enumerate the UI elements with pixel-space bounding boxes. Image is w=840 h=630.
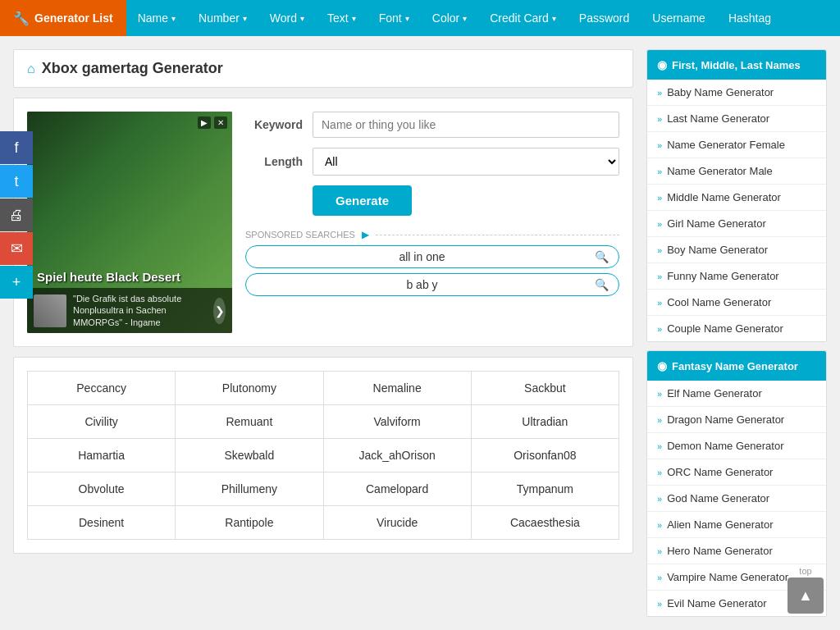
table-row[interactable]: Phillumeny [176, 472, 323, 506]
table-row[interactable]: Camelopard [323, 472, 471, 506]
nav-credit-card[interactable]: Credit Card ▾ [478, 0, 568, 36]
table-row[interactable]: Valviform [323, 405, 471, 439]
sidebar-item[interactable]: »God Name Generator [647, 486, 826, 512]
sidebar-item[interactable]: »Dragon Name Generator [647, 407, 826, 433]
sidebar-item[interactable]: »Alien Name Generator [647, 512, 826, 538]
generate-button[interactable]: Generate [313, 185, 412, 216]
table-row[interactable]: Tympanum [471, 472, 619, 506]
home-icon[interactable]: ⌂ [27, 62, 35, 76]
table-row[interactable]: Ultradian [471, 405, 619, 439]
sidebar-item[interactable]: »Baby Name Generator [647, 80, 826, 106]
nav-text[interactable]: Text ▾ [316, 0, 368, 36]
nav-hashtag[interactable]: Hashtag [717, 0, 783, 36]
table-row[interactable]: Hamartia [28, 439, 176, 472]
circle-icon-2: ◉ [657, 359, 667, 372]
table-row[interactable]: Obvolute [28, 472, 176, 506]
nav-color-label: Color [432, 11, 459, 25]
length-row: Length All Short Medium Long [245, 148, 619, 176]
nav-word[interactable]: Word ▾ [258, 0, 316, 36]
table-row[interactable]: Remuant [176, 405, 323, 439]
table-row[interactable]: Jack_ahOrison [323, 439, 471, 472]
nav-color[interactable]: Color ▾ [421, 0, 478, 36]
sidebar-item[interactable]: »Boy Name Generator [647, 237, 826, 263]
twitter-button[interactable]: t [0, 165, 33, 198]
table-row[interactable]: Cacaesthesia [471, 506, 619, 540]
sidebar-item[interactable]: »Elf Name Generator [647, 381, 826, 407]
nav-username[interactable]: Username [641, 0, 717, 36]
ad-thumbnail [34, 294, 66, 327]
sidebar-item-label: God Name Generator [667, 492, 769, 504]
sidebar-item[interactable]: »Girl Name Generator [647, 211, 826, 237]
sidebar-item[interactable]: »Funny Name Generator [647, 263, 826, 290]
ad-area: ▶ ✕ Spiel heute Black Desert "Die Grafik… [27, 112, 232, 333]
ad-next-button[interactable]: ❯ [213, 298, 226, 324]
generator-list-button[interactable]: 🔧 Generator List [0, 0, 126, 36]
search-pill-1[interactable]: all in one 🔍 [245, 245, 619, 268]
sidebar-main-header: ◉ First, Middle, Last Names [647, 50, 826, 80]
nav-name-arrow: ▾ [171, 14, 176, 23]
sidebar-item-label: Baby Name Generator [667, 86, 774, 98]
sidebar-fantasy-header: ◉ Fantasy Name Generator [647, 351, 826, 381]
chevron-right-icon: » [657, 272, 662, 281]
table-row[interactable]: Civility [28, 405, 176, 439]
sidebar-item[interactable]: »Demon Name Generator [647, 433, 826, 459]
sidebar-item[interactable]: »ORC Name Generator [647, 459, 826, 486]
table-row[interactable]: Rantipole [176, 506, 323, 540]
table-row[interactable]: Desinent [28, 506, 176, 540]
table-row[interactable]: Plutonomy [176, 372, 323, 405]
nav-name[interactable]: Name ▾ [126, 0, 187, 36]
top-nav: 🔧 Generator List Name ▾ Number ▾ Word ▾ … [0, 0, 840, 36]
keyword-row: Keyword [245, 112, 619, 138]
nav-credit-card-arrow: ▾ [552, 14, 556, 23]
table-row[interactable]: Sackbut [471, 372, 619, 405]
page-title-box: ⌂ Xbox gamertag Generator [13, 49, 633, 88]
sidebar-main-items: »Baby Name Generator»Last Name Generator… [647, 80, 826, 341]
sidebar-item-label: Boy Name Generator [667, 244, 768, 256]
nav-name-label: Name [138, 11, 168, 25]
more-button[interactable]: + [0, 266, 33, 299]
sidebar-item[interactable]: »Couple Name Generator [647, 316, 826, 341]
email-button[interactable]: ✉ [0, 232, 33, 265]
sidebar-item[interactable]: »Middle Name Generator [647, 185, 826, 211]
nav-font[interactable]: Font ▾ [368, 0, 421, 36]
nav-hashtag-label: Hashtag [728, 11, 771, 25]
sidebar-item-label: Couple Name Generator [667, 322, 783, 335]
sidebar-item[interactable]: »Cool Name Generator [647, 290, 826, 316]
chevron-right-icon: » [657, 441, 662, 451]
table-row[interactable]: Orisonfan08 [471, 439, 619, 472]
nav-number[interactable]: Number ▾ [187, 0, 258, 36]
facebook-button[interactable]: f [0, 131, 33, 164]
chevron-right-icon: » [657, 88, 662, 98]
back-to-top-button[interactable]: ▲ [788, 578, 824, 614]
sidebar-item-label: Last Name Generator [667, 112, 769, 125]
sidebar-item[interactable]: »Name Generator Female [647, 132, 826, 158]
form-area: Keyword Length All Short Medium Long Gen… [245, 112, 619, 333]
search-pill-2[interactable]: b ab y 🔍 [245, 273, 619, 296]
sidebar-item[interactable]: »Hero Name Generator [647, 538, 826, 564]
chevron-right-icon: » [657, 599, 662, 609]
sidebar-item[interactable]: »Name Generator Male [647, 158, 826, 185]
main-container: ⌂ Xbox gamertag Generator ▶ ✕ Spiel heut… [0, 36, 840, 630]
table-row[interactable]: Nemaline [323, 372, 471, 405]
keyword-input[interactable] [313, 112, 619, 138]
chevron-right-icon: » [657, 140, 662, 150]
sidebar-item-label: Dragon Name Generator [667, 413, 784, 426]
sidebar-main-section: ◉ First, Middle, Last Names »Baby Name G… [646, 49, 827, 342]
social-sidebar: f t 🖨 ✉ + [0, 131, 33, 299]
chevron-right-icon: » [657, 468, 662, 477]
print-button[interactable]: 🖨 [0, 199, 33, 231]
generate-row: Generate [245, 185, 619, 216]
sidebar-item[interactable]: »Last Name Generator [647, 106, 826, 132]
ad-close-label[interactable]: ✕ [214, 116, 227, 129]
sponsored-tag: ▶ [362, 229, 369, 240]
ad-top-label: ▶ [198, 116, 211, 129]
right-sidebar: ◉ First, Middle, Last Names »Baby Name G… [646, 49, 827, 625]
length-select[interactable]: All Short Medium Long [313, 148, 619, 176]
table-row[interactable]: Skewbald [176, 439, 323, 472]
sidebar-item-label: Name Generator Female [667, 139, 785, 151]
table-row[interactable]: Virucide [323, 506, 471, 540]
table-row[interactable]: Peccancy [28, 372, 176, 405]
ad-title: Spiel heute Black Desert [37, 270, 180, 284]
nav-password[interactable]: Password [568, 0, 641, 36]
sponsored-label: SPONSORED SEARCHES ▶ [245, 229, 619, 240]
